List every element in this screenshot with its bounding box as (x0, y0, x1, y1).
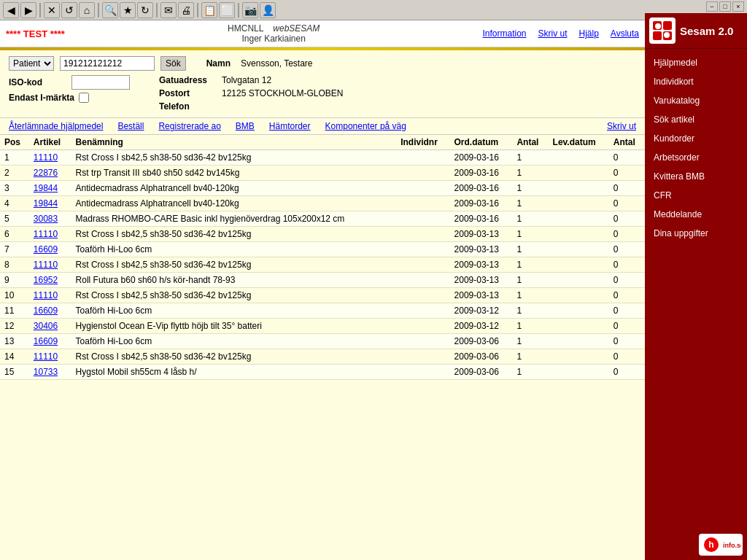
forward-button[interactable]: ▶ (20, 2, 36, 18)
hjalp-link[interactable]: Hjälp (579, 28, 599, 39)
artikel-link[interactable]: 10733 (34, 367, 58, 377)
svg-point-4 (655, 23, 661, 29)
cell-pos: 6 (0, 227, 29, 242)
cell-ord-datum: 2009-03-16 (450, 166, 513, 181)
cell-artikel: 11110 (29, 257, 71, 273)
stop-button[interactable]: ✕ (44, 2, 60, 18)
postort-label: Postort (159, 88, 217, 98)
table-row: 5 30083 Madrass RHOMBO-CARE Basic inkl h… (0, 211, 645, 227)
sidebar-menu: Hjälpmedel Individkort Varukatalog Sök a… (645, 49, 747, 529)
cell-artikel: 10733 (29, 365, 71, 380)
name-label: Namn (206, 58, 231, 69)
sidebar-item-arbetsorder[interactable]: Arbetsorder (648, 149, 744, 166)
artikel-link[interactable]: 11110 (34, 290, 58, 300)
cell-individnr (396, 273, 449, 288)
sidebar-item-sok-artikel[interactable]: Sök artikel (648, 112, 744, 128)
table-row: 3 19844 Antidecmadrass Alphatrancell bv4… (0, 181, 645, 196)
cell-pos: 11 (0, 303, 29, 319)
reload-button[interactable]: ↻ (137, 2, 153, 18)
komponenter-link[interactable]: Komponenter på väg (325, 121, 406, 131)
cell-ord-datum: 2009-03-13 (450, 227, 513, 242)
new-button[interactable]: ⬜ (219, 2, 235, 18)
svg-rect-2 (653, 31, 662, 40)
cell-antal1: 1 (512, 288, 548, 303)
skrivut-link[interactable]: Skriv ut (538, 28, 567, 39)
sidebar-item-cfr[interactable]: CFR (648, 187, 744, 203)
artikel-link[interactable]: 11110 (34, 152, 58, 163)
artikel-link[interactable]: 16609 (34, 336, 58, 346)
patient-area: Patient Sök Namn Svensson, Testare ISO-k… (0, 50, 645, 118)
clipboard-button[interactable]: 📋 (201, 2, 217, 18)
table-area[interactable]: Pos Artikel Benämning Individnr Ord.datu… (0, 135, 645, 560)
artikel-link[interactable]: 16952 (34, 275, 58, 285)
sidebar-item-meddelande[interactable]: Meddelande (648, 206, 744, 222)
cell-artikel: 11110 (29, 150, 71, 166)
cell-lev-datum (549, 349, 609, 365)
artikel-link[interactable]: 19844 (34, 198, 58, 209)
aterlamnande-link[interactable]: Återlämnade hjälpmedel (9, 121, 103, 131)
search-button[interactable]: 🔍 (102, 2, 118, 18)
cell-pos: 9 (0, 273, 29, 288)
cell-lev-datum (549, 288, 609, 303)
mail-button[interactable]: ✉ (160, 2, 177, 18)
cell-pos: 4 (0, 196, 29, 211)
information-link[interactable]: Information (482, 28, 526, 39)
print-button[interactable]: 🖨 (178, 2, 194, 18)
cell-ord-datum: 2009-03-16 (450, 181, 513, 196)
bestall-link[interactable]: Beställ (117, 121, 144, 131)
table-row: 7 16609 Toaförh Hi-Loo 6cm 2009-03-13 1 … (0, 242, 645, 257)
col-ord-datum: Ord.datum (450, 135, 513, 150)
svg-point-5 (664, 32, 670, 38)
col-artikel: Artikel (29, 135, 71, 150)
artikel-link[interactable]: 11110 (34, 351, 58, 362)
artikel-link[interactable]: 30406 (34, 321, 58, 331)
artikel-link[interactable]: 11110 (34, 260, 58, 270)
patient-id-input[interactable] (60, 56, 155, 71)
skriv-ut-table-link[interactable]: Skriv ut (607, 121, 636, 131)
back-button[interactable]: ◀ (3, 2, 19, 18)
artikel-link[interactable]: 16609 (34, 244, 58, 254)
table-row: 8 11110 Rst Cross I sb42,5 sh38-50 sd36-… (0, 257, 645, 273)
artikel-link[interactable]: 19844 (34, 183, 58, 193)
cell-antal2: 0 (609, 211, 645, 227)
cell-antal2: 0 (609, 303, 645, 319)
cell-artikel: 22876 (29, 166, 71, 181)
iso-input[interactable] (71, 75, 130, 90)
sidebar-item-dina-uppgifter[interactable]: Dina uppgifter (648, 225, 744, 241)
maximize-button[interactable]: □ (719, 1, 731, 12)
avsluta-link[interactable]: Avsluta (611, 28, 639, 39)
artikel-link[interactable]: 30083 (34, 214, 58, 224)
sidebar-item-individkort[interactable]: Individkort (648, 74, 744, 90)
svg-text:info.se: info.se (723, 542, 741, 549)
favorites-button[interactable]: ★ (120, 2, 136, 18)
refresh-button[interactable]: ↺ (61, 2, 77, 18)
camera-button[interactable]: 📷 (242, 2, 258, 18)
user-button[interactable]: 👤 (260, 2, 276, 18)
patient-right-fields: Gatuadress Tolvgatan 12 Postort 12125 ST… (159, 75, 344, 112)
cell-artikel: 16609 (29, 334, 71, 349)
sidebar-item-varukatalog[interactable]: Varukatalog (648, 93, 744, 109)
cell-benamning: Antidecmadrass Alphatrancell bv40-120kg (71, 196, 397, 211)
cell-lev-datum (549, 181, 609, 196)
sidebar-item-kundorder[interactable]: Kundorder (648, 131, 744, 147)
registrerade-link[interactable]: Registrerade ao (158, 121, 220, 131)
cell-ord-datum: 2009-03-16 (450, 211, 513, 227)
minimize-button[interactable]: − (706, 1, 718, 12)
search-patient-button[interactable]: Sök (160, 56, 186, 71)
table-row: 4 19844 Antidecmadrass Alphatrancell bv4… (0, 196, 645, 211)
hamtorder-link[interactable]: Hämtorder (269, 121, 311, 131)
close-button[interactable]: × (732, 1, 744, 12)
only-i-checkbox[interactable] (79, 93, 89, 103)
artikel-link[interactable]: 22876 (34, 168, 58, 178)
bmb-link[interactable]: BMB (236, 121, 255, 131)
artikel-link[interactable]: 16609 (34, 306, 58, 316)
cell-benamning: Hygstol Mobil sh55cm 4 låsb h/ (71, 365, 397, 380)
cell-benamning: Rst trp Transit III sb40 sh50 sd42 bv145… (71, 166, 397, 181)
sidebar-item-kvittera-bmb[interactable]: Kvittera BMB (648, 168, 744, 184)
cell-lev-datum (549, 150, 609, 166)
cell-lev-datum (549, 257, 609, 273)
sidebar-item-hjalpmedel[interactable]: Hjälpmedel (648, 55, 744, 71)
artikel-link[interactable]: 11110 (34, 229, 58, 239)
patient-type-select[interactable]: Patient (9, 56, 54, 71)
home-button[interactable]: ⌂ (79, 2, 95, 18)
